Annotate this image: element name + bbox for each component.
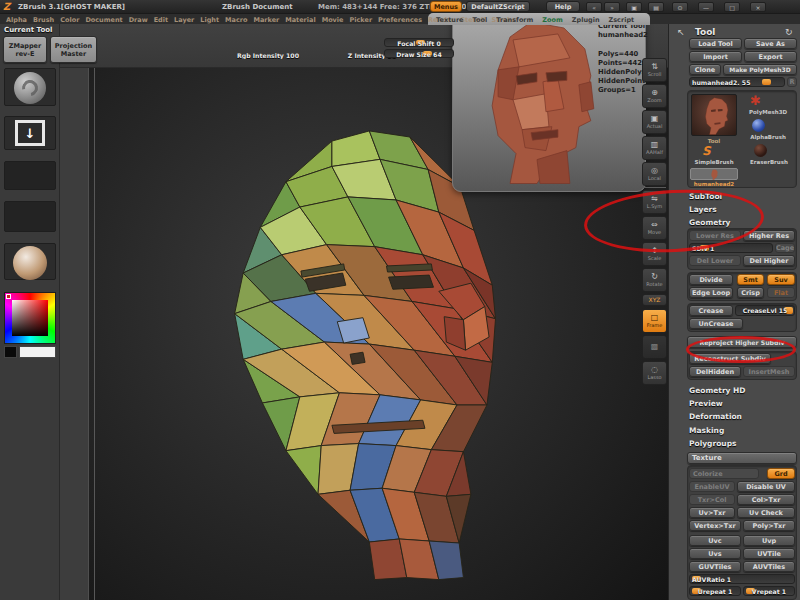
- export-button[interactable]: Export: [744, 51, 797, 62]
- menu-preferences[interactable]: Preferences: [378, 16, 422, 24]
- uncrease-button[interactable]: UnCrease: [689, 318, 743, 329]
- simplebrush-icon[interactable]: S: [702, 144, 715, 157]
- lock-icon[interactable]: ⊙: [672, 2, 688, 12]
- txr-col-button[interactable]: Txr>Col: [689, 494, 735, 505]
- menu-movie[interactable]: Movie: [322, 16, 344, 24]
- menu-draw[interactable]: Draw: [129, 16, 148, 24]
- zoom-icon-button[interactable]: ⊕Zoom: [642, 84, 667, 108]
- texture-section-header[interactable]: Texture: [687, 452, 797, 464]
- minimize-button[interactable]: —: [698, 2, 714, 12]
- geometry-hd-section[interactable]: Geometry HD: [689, 386, 746, 395]
- draw-size-slider[interactable]: Draw Size 64: [384, 49, 454, 58]
- vrepeat-slider[interactable]: Vrepeat 1: [743, 586, 795, 596]
- make-polymesh3d-button[interactable]: Make PolyMesh3D: [723, 64, 797, 75]
- close-button[interactable]: ×: [750, 2, 766, 12]
- preview-section[interactable]: Preview: [689, 399, 723, 408]
- disable-uv-button[interactable]: Disable UV: [737, 481, 795, 492]
- menu-alpha[interactable]: Alpha: [6, 16, 27, 24]
- clone-button[interactable]: Clone: [689, 64, 721, 75]
- scroll-right-button[interactable]: »: [604, 2, 620, 12]
- focal-shift-slider[interactable]: Focal Shift 0: [384, 38, 454, 47]
- enable-uv-button[interactable]: EnableUV: [689, 481, 735, 492]
- menu-edit[interactable]: Edit: [154, 16, 168, 24]
- menu-zoom[interactable]: Zoom: [542, 16, 562, 24]
- menu-zscript[interactable]: Zscript: [609, 16, 635, 24]
- refresh-icon[interactable]: ↻: [785, 27, 793, 37]
- scroll-left-button[interactable]: «: [586, 2, 602, 12]
- grd-toggle[interactable]: Grd: [767, 468, 795, 479]
- saturation-square[interactable]: [12, 300, 48, 336]
- menus-button[interactable]: Menus: [430, 1, 462, 12]
- del-lower-button[interactable]: Del Lower: [689, 255, 741, 266]
- crease-button[interactable]: Crease: [689, 305, 733, 316]
- flat-toggle[interactable]: Flat: [767, 287, 795, 298]
- aahalf-icon-button[interactable]: ▥AAHalf: [642, 136, 667, 160]
- r-toggle[interactable]: R: [787, 77, 797, 87]
- material-thumbnail[interactable]: [4, 243, 56, 280]
- crisp-toggle[interactable]: Crisp: [737, 287, 764, 298]
- local-icon-button[interactable]: ◎Local: [642, 162, 667, 186]
- vertex-txr-button[interactable]: Vertex>Txr: [689, 520, 741, 531]
- menu-macro[interactable]: Macro: [225, 16, 247, 24]
- menu-zplugin[interactable]: Zplugin: [572, 16, 600, 24]
- alpha-thumbnail[interactable]: [4, 161, 56, 190]
- menu-document[interactable]: Document: [85, 16, 122, 24]
- edge-loop-button[interactable]: Edge Loop: [689, 287, 733, 298]
- document-copy-icon[interactable]: ▤: [648, 2, 664, 12]
- current-tool-thumbnail[interactable]: [691, 94, 737, 136]
- creaselvl-slider[interactable]: CreaseLvl 15: [735, 305, 795, 316]
- divide-button[interactable]: Divide: [689, 274, 733, 285]
- uvc-button[interactable]: Uvc: [689, 535, 741, 546]
- menu-brush[interactable]: Brush: [33, 16, 54, 24]
- suv-toggle[interactable]: Suv: [767, 274, 795, 285]
- insertmesh-button[interactable]: InsertMesh: [743, 366, 795, 377]
- rgb-intensity-slider[interactable]: Rgb Intensity 100: [226, 50, 310, 60]
- secondary-color-swatch[interactable]: [4, 346, 17, 358]
- poly-txr-button[interactable]: Poly>Txr: [743, 520, 795, 531]
- zmapper-button[interactable]: ZMapper rev-E: [3, 36, 47, 63]
- uv-check-button[interactable]: Uv Check: [737, 507, 795, 518]
- back-arrow-icon[interactable]: ↖: [677, 27, 685, 37]
- menu-layer[interactable]: Layer: [174, 16, 194, 24]
- uvs-button[interactable]: Uvs: [689, 548, 741, 559]
- col-txr-button[interactable]: Col>Txr: [737, 494, 795, 505]
- urepeat-slider[interactable]: Urepeat 1: [689, 586, 741, 596]
- stroke-thumbnail[interactable]: ↓: [4, 116, 56, 150]
- texture-thumbnail[interactable]: [4, 201, 56, 232]
- menu-marker[interactable]: Marker: [253, 16, 279, 24]
- menu-transform[interactable]: Transform: [496, 16, 533, 24]
- menu-color[interactable]: Color: [60, 16, 79, 24]
- selection-mode-icon-button[interactable]: ▩: [642, 335, 667, 359]
- menu-light[interactable]: Light: [200, 16, 219, 24]
- auvtiles-button[interactable]: AUVTiles: [743, 561, 795, 572]
- menu-material[interactable]: Material: [285, 16, 315, 24]
- guvtiles-button[interactable]: GUVTiles: [689, 561, 741, 572]
- cage-button[interactable]: Cage: [775, 243, 795, 253]
- current-brush-thumbnail[interactable]: [4, 68, 56, 106]
- auvratio-slider[interactable]: AUVRatio 1: [689, 574, 795, 584]
- color-picker[interactable]: [4, 292, 56, 344]
- rotate-tool-icon-button[interactable]: ↻Rotate: [642, 268, 667, 292]
- load-tool-button[interactable]: Load Tool: [689, 38, 742, 49]
- colorize-toggle[interactable]: Colorize: [689, 468, 759, 479]
- import-button[interactable]: Import: [689, 51, 742, 62]
- store-depth-icon[interactable]: ▣: [626, 2, 642, 12]
- frame-button[interactable]: □Frame: [642, 309, 667, 333]
- eraserbrush-icon[interactable]: [754, 144, 767, 157]
- masking-section[interactable]: Masking: [689, 426, 724, 435]
- uv-txr-button[interactable]: Uv>Txr: [689, 507, 735, 518]
- uvp-button[interactable]: Uvp: [743, 535, 795, 546]
- main-color-swatch[interactable]: [19, 346, 56, 358]
- tool-name-slider[interactable]: humanhead2. 55: [689, 77, 785, 87]
- selected-tool-thumbnail[interactable]: [690, 168, 738, 180]
- lasso-icon-button[interactable]: ◌Lasso: [642, 361, 667, 385]
- polymesh3d-star-icon[interactable]: ✱: [750, 93, 766, 108]
- projection-master-button[interactable]: Projection Master: [50, 36, 97, 63]
- menu-picker[interactable]: Picker: [349, 16, 372, 24]
- scroll-icon-button[interactable]: ⇅Scroll: [642, 58, 667, 82]
- restore-button[interactable]: □: [724, 2, 740, 12]
- save-as-button[interactable]: Save As: [744, 38, 797, 49]
- uvtile-button[interactable]: UVTile: [743, 548, 795, 559]
- polygroups-section[interactable]: Polygroups: [689, 439, 737, 448]
- alphabrush-sphere-icon[interactable]: [752, 119, 765, 132]
